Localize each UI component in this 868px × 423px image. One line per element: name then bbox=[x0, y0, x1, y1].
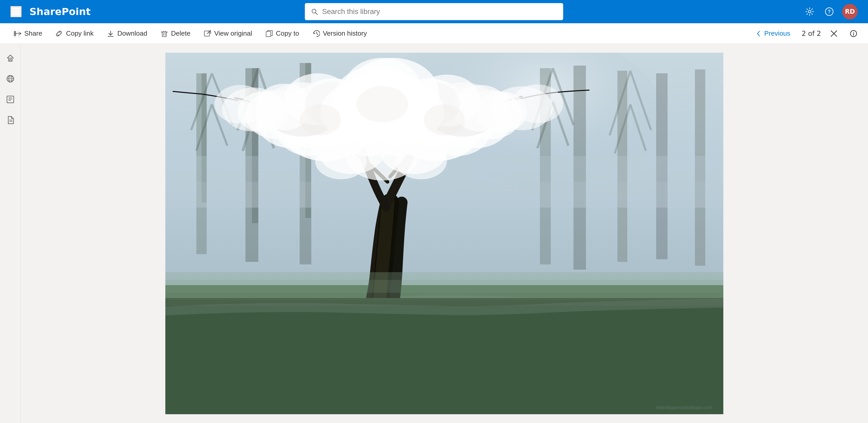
topbar-right-actions: ? RD bbox=[803, 4, 858, 20]
main-layout: hdwallpapersdesktops.com bbox=[0, 44, 868, 423]
svg-point-120 bbox=[214, 85, 266, 124]
pagination-count: 2 of 2 bbox=[802, 30, 821, 37]
help-button[interactable]: ? bbox=[823, 5, 836, 18]
version-history-icon bbox=[313, 30, 320, 37]
sidebar bbox=[0, 44, 21, 423]
previous-button[interactable]: Previous bbox=[751, 26, 796, 41]
copy-link-button[interactable]: Copy link bbox=[49, 26, 100, 41]
svg-rect-3 bbox=[12, 10, 14, 13]
svg-rect-16 bbox=[162, 32, 166, 37]
download-button[interactable]: Download bbox=[101, 26, 153, 41]
svg-rect-8 bbox=[18, 13, 20, 15]
svg-point-118 bbox=[346, 131, 418, 181]
view-original-icon bbox=[204, 30, 211, 37]
sidebar-item-globe[interactable] bbox=[1, 70, 20, 88]
svg-rect-124 bbox=[165, 280, 723, 293]
content-area: hdwallpapersdesktops.com bbox=[21, 44, 868, 423]
svg-point-122 bbox=[512, 85, 563, 123]
user-avatar[interactable]: RD bbox=[842, 4, 858, 20]
svg-line-24 bbox=[317, 34, 318, 35]
close-icon bbox=[831, 30, 837, 37]
svg-rect-22 bbox=[266, 32, 271, 37]
info-button[interactable] bbox=[847, 27, 860, 40]
copy-icon bbox=[266, 30, 273, 37]
view-original-button[interactable]: View original bbox=[197, 26, 258, 41]
svg-rect-20 bbox=[204, 31, 210, 36]
command-toolbar: Share Copy link Download Delete bbox=[0, 23, 868, 44]
sidebar-item-document[interactable] bbox=[1, 111, 20, 129]
app-name: SharePoint bbox=[29, 6, 91, 17]
search-icon bbox=[311, 8, 318, 15]
svg-rect-2 bbox=[18, 8, 20, 10]
download-icon bbox=[107, 30, 114, 37]
svg-point-28 bbox=[853, 32, 854, 33]
toolbar-right: Previous 2 of 2 bbox=[751, 26, 860, 41]
delete-icon bbox=[161, 30, 168, 37]
info-icon bbox=[850, 30, 857, 37]
svg-rect-0 bbox=[12, 8, 14, 10]
svg-rect-7 bbox=[15, 13, 17, 15]
svg-rect-6 bbox=[12, 13, 14, 15]
svg-rect-5 bbox=[18, 10, 20, 13]
image-preview: hdwallpapersdesktops.com bbox=[165, 53, 723, 414]
sidebar-item-news[interactable] bbox=[1, 90, 20, 108]
svg-line-10 bbox=[315, 13, 317, 15]
share-icon bbox=[14, 30, 21, 37]
chevron-left-icon bbox=[756, 31, 762, 36]
link-icon bbox=[56, 30, 63, 37]
svg-text:?: ? bbox=[828, 9, 831, 14]
search-container bbox=[305, 3, 563, 20]
copy-to-button[interactable]: Copy to bbox=[259, 26, 305, 41]
close-button[interactable] bbox=[827, 27, 841, 40]
sidebar-item-home[interactable] bbox=[1, 49, 20, 67]
delete-button[interactable]: Delete bbox=[154, 26, 196, 41]
svg-rect-125 bbox=[165, 298, 723, 414]
svg-rect-4 bbox=[15, 10, 17, 13]
svg-text:hdwallpapersdesktops.com: hdwallpapersdesktops.com bbox=[656, 405, 712, 410]
version-history-button[interactable]: Version history bbox=[306, 26, 373, 41]
svg-rect-73 bbox=[165, 182, 723, 207]
settings-button[interactable] bbox=[803, 5, 816, 18]
search-input[interactable] bbox=[322, 7, 557, 16]
waffle-menu-button[interactable] bbox=[10, 6, 22, 17]
svg-point-11 bbox=[808, 10, 811, 13]
svg-point-113 bbox=[356, 86, 408, 122]
share-button[interactable]: Share bbox=[8, 26, 48, 41]
svg-rect-1 bbox=[15, 8, 17, 10]
